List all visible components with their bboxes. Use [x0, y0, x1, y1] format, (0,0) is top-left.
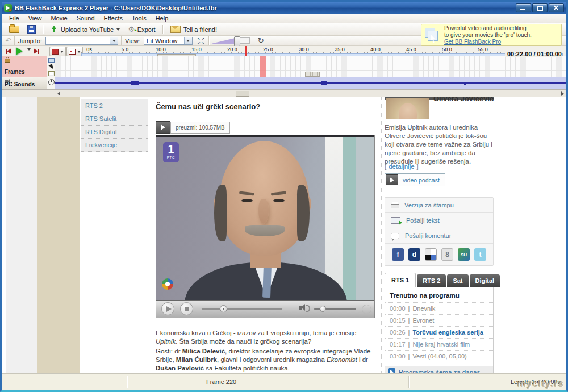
tell-a-friend-button[interactable]: Tell a friend!	[166, 24, 221, 35]
upload-icon	[51, 26, 58, 33]
author-name: Olivera Jovićević	[433, 97, 494, 103]
menu-help[interactable]: Help	[152, 14, 173, 22]
menu-sound[interactable]: Sound	[73, 14, 99, 22]
schedule-title: Trenutno na programu	[385, 287, 493, 302]
lock-icon	[5, 59, 10, 63]
camera-icon[interactable]	[48, 71, 55, 76]
share-box: Verzija za štampu Pošalji tekst Pošalji …	[385, 197, 494, 266]
rts-circle-logo	[162, 278, 173, 290]
guest-face	[219, 141, 310, 256]
scrollbar-thumb[interactable]	[236, 91, 249, 97]
dial-icon[interactable]	[48, 79, 55, 85]
video-podcast-button: video podcast	[385, 173, 445, 186]
menu-view[interactable]: View	[24, 14, 46, 22]
menu-file[interactable]: File	[5, 14, 23, 22]
pc-sounds-track[interactable]	[55, 77, 566, 90]
rts1-logo: 1 РТС	[163, 142, 179, 162]
status-bar: Frame 220 Length 1m 00.00s mycity.rs	[2, 373, 566, 390]
zoom-reset-icon[interactable]: ↻	[258, 37, 264, 44]
zoom-slider[interactable]	[212, 36, 252, 45]
minimize-button[interactable]	[516, 3, 531, 12]
save-button[interactable]	[23, 23, 40, 35]
facebook-icon: f	[392, 248, 404, 261]
video-stop-button	[180, 302, 193, 315]
schedule-row: 00:00|Dnevnik	[385, 302, 493, 314]
menu-movie[interactable]: Movie	[47, 14, 71, 22]
export-gear-icon: ⚙▸	[128, 26, 135, 33]
author-bio: Emisija Upitnik autora i urednika Oliver…	[385, 123, 496, 166]
keyframe-button[interactable]	[66, 47, 83, 56]
fullscreen-icon[interactable]: ↖↗↙↘	[197, 37, 206, 45]
download-size-label: preuzmi: 100.57MB	[170, 122, 230, 134]
schedule-row: 03:00|Vesti (04.00, 05,00)	[385, 350, 493, 362]
menu-tools[interactable]: Tools	[128, 14, 151, 22]
cursor-icon[interactable]	[48, 64, 55, 70]
more-link-row: [ detaljnije ]	[385, 163, 419, 170]
title-bar: BB FlashBack Express 2 Player - C:\Users…	[2, 2, 566, 14]
volume-thumb	[320, 306, 326, 312]
export-label: Export	[137, 26, 156, 33]
frame-marker-thumb[interactable]	[305, 72, 320, 77]
jump-to-label: Jump to:	[18, 37, 42, 44]
view-label: View:	[125, 37, 140, 44]
timeline-ruler[interactable]: 0s 5.0 10.0 15.0 20.0 25.0 30.0 35.0 40.…	[81, 46, 566, 56]
page-nav-menu: RTS 2 RTS Satelit RTS Digital Frekvencij…	[81, 99, 148, 152]
playhead[interactable]	[245, 46, 247, 56]
app-window: BB FlashBack Express 2 Player - C:\Users…	[0, 0, 568, 392]
menu-effects[interactable]: Effects	[100, 14, 127, 22]
monitor-icon[interactable]	[48, 58, 55, 63]
embedded-video-player: 1 РТС	[156, 135, 375, 318]
open-folder-icon	[9, 26, 19, 33]
send-text-row: Pošalji tekst	[385, 213, 493, 228]
schedule-row: 00:15|Evronet	[385, 314, 493, 326]
video-frame: 1 РТС	[156, 135, 374, 301]
scroll-right-arrow[interactable]	[561, 91, 564, 96]
jump-to-input[interactable]	[45, 37, 118, 45]
skip-to-end-button[interactable]	[34, 47, 39, 54]
article-paragraph: Gosti: dr Milica Delević, direktor kance…	[156, 347, 378, 373]
volume-speaker-icon	[299, 306, 302, 310]
frame-marker-button[interactable]	[49, 47, 66, 56]
camera-icon	[52, 49, 59, 55]
page-margin	[6, 97, 37, 374]
play-button[interactable]	[16, 47, 23, 55]
selected-frames-highlight	[260, 56, 266, 77]
detaljnije-link: detaljnije	[389, 163, 414, 170]
maximize-button[interactable]	[532, 3, 548, 12]
send-comment-row: Pošalji komentar	[385, 228, 493, 244]
frames-track-header[interactable]: Frames	[2, 56, 47, 77]
window-title: BB FlashBack Express 2 Player - C:\Users…	[15, 5, 217, 11]
undo-icon[interactable]: ↶	[5, 37, 11, 44]
zoom-slider-thumb[interactable]	[234, 36, 240, 47]
video-controls-bar	[156, 300, 374, 318]
pc-sounds-track-header[interactable]: PC Sounds	[2, 77, 47, 90]
article-title: Čemu nas uči grčki scenario?	[156, 102, 378, 111]
skip-to-start-button[interactable]	[6, 47, 11, 54]
scroll-left-arrow[interactable]	[57, 91, 60, 96]
video-podcast-label: video podcast	[398, 177, 444, 184]
view-mode-select[interactable]: Fit Window	[144, 37, 193, 45]
video-play-button	[161, 302, 174, 315]
download-button: preuzmi: 100.57MB	[156, 121, 378, 134]
close-button[interactable]	[549, 3, 564, 12]
get-flashback-pro-link[interactable]: Get BB FlashBack Pro	[444, 39, 501, 45]
promo-line2: to give your movies the 'pro' touch.	[444, 32, 532, 38]
frames-track-label: Frames	[5, 69, 25, 75]
movie-viewer[interactable]: RTS 2 RTS Satelit RTS Digital Frekvencij…	[2, 97, 566, 374]
page-side-column	[37, 97, 80, 374]
social-icons-row: f d 8 SU t	[385, 244, 493, 265]
export-button[interactable]: ⚙▸ Export	[124, 24, 159, 35]
time-display: 00:22.00 / 01:00.00	[505, 51, 562, 57]
app-icon	[4, 4, 12, 12]
upload-youtube-button[interactable]: Upload to YouTube	[47, 24, 124, 35]
timeline-scrollbar[interactable]	[2, 90, 566, 98]
schedule-row: 01:17|Nije kraj hrvatski film	[385, 338, 493, 350]
open-button[interactable]	[5, 24, 23, 35]
twitter-icon: t	[474, 248, 486, 261]
frames-track-grid[interactable]	[55, 56, 566, 78]
keyframe-icon	[69, 49, 76, 55]
chevron-down-icon	[116, 28, 120, 31]
chevron-down-icon	[186, 40, 190, 42]
comment-bubble-icon	[391, 233, 399, 239]
nav-item-rts2: RTS 2	[81, 99, 148, 112]
